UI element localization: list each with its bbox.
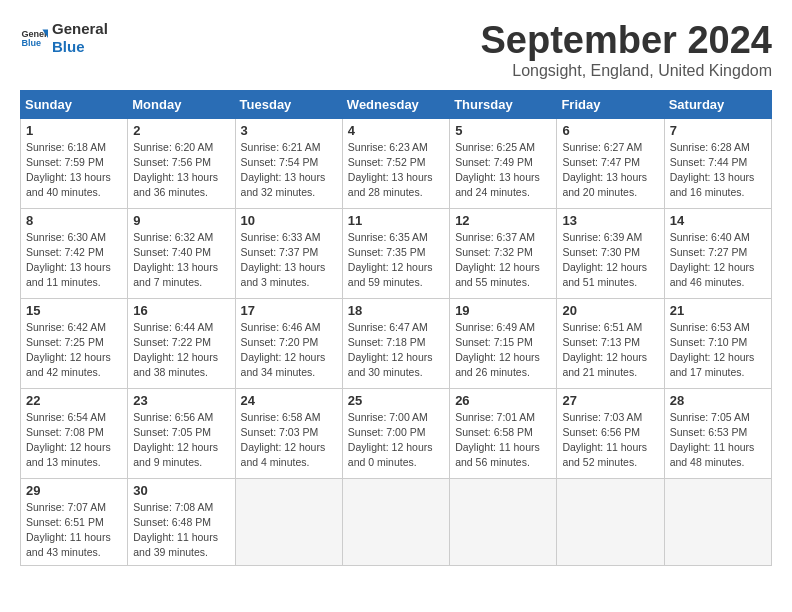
day-detail: Sunrise: 7:05 AM Sunset: 6:53 PM Dayligh…: [670, 410, 766, 471]
calendar-cell: 15Sunrise: 6:42 AM Sunset: 7:25 PM Dayli…: [21, 298, 128, 388]
calendar-cell: 11Sunrise: 6:35 AM Sunset: 7:35 PM Dayli…: [342, 208, 449, 298]
day-number: 11: [348, 213, 444, 228]
calendar-cell: 14Sunrise: 6:40 AM Sunset: 7:27 PM Dayli…: [664, 208, 771, 298]
calendar-cell: [450, 478, 557, 565]
day-detail: Sunrise: 6:44 AM Sunset: 7:22 PM Dayligh…: [133, 320, 229, 381]
day-number: 14: [670, 213, 766, 228]
calendar-cell: 4Sunrise: 6:23 AM Sunset: 7:52 PM Daylig…: [342, 118, 449, 208]
calendar-cell: 22Sunrise: 6:54 AM Sunset: 7:08 PM Dayli…: [21, 388, 128, 478]
calendar-cell: [557, 478, 664, 565]
calendar-table: SundayMondayTuesdayWednesdayThursdayFrid…: [20, 90, 772, 566]
day-detail: Sunrise: 6:18 AM Sunset: 7:59 PM Dayligh…: [26, 140, 122, 201]
day-detail: Sunrise: 6:39 AM Sunset: 7:30 PM Dayligh…: [562, 230, 658, 291]
day-number: 7: [670, 123, 766, 138]
calendar-cell: 23Sunrise: 6:56 AM Sunset: 7:05 PM Dayli…: [128, 388, 235, 478]
day-number: 22: [26, 393, 122, 408]
day-number: 8: [26, 213, 122, 228]
day-detail: Sunrise: 7:01 AM Sunset: 6:58 PM Dayligh…: [455, 410, 551, 471]
calendar-cell: 20Sunrise: 6:51 AM Sunset: 7:13 PM Dayli…: [557, 298, 664, 388]
day-number: 24: [241, 393, 337, 408]
day-detail: Sunrise: 6:20 AM Sunset: 7:56 PM Dayligh…: [133, 140, 229, 201]
day-detail: Sunrise: 6:42 AM Sunset: 7:25 PM Dayligh…: [26, 320, 122, 381]
day-number: 29: [26, 483, 122, 498]
day-number: 6: [562, 123, 658, 138]
day-detail: Sunrise: 6:27 AM Sunset: 7:47 PM Dayligh…: [562, 140, 658, 201]
calendar-cell: [235, 478, 342, 565]
day-number: 1: [26, 123, 122, 138]
header-cell-friday: Friday: [557, 90, 664, 118]
header-cell-monday: Monday: [128, 90, 235, 118]
calendar-cell: 28Sunrise: 7:05 AM Sunset: 6:53 PM Dayli…: [664, 388, 771, 478]
day-detail: Sunrise: 6:40 AM Sunset: 7:27 PM Dayligh…: [670, 230, 766, 291]
calendar-cell: 1Sunrise: 6:18 AM Sunset: 7:59 PM Daylig…: [21, 118, 128, 208]
logo-icon: General Blue: [20, 24, 48, 52]
day-detail: Sunrise: 6:28 AM Sunset: 7:44 PM Dayligh…: [670, 140, 766, 201]
day-detail: Sunrise: 6:30 AM Sunset: 7:42 PM Dayligh…: [26, 230, 122, 291]
day-detail: Sunrise: 6:37 AM Sunset: 7:32 PM Dayligh…: [455, 230, 551, 291]
day-number: 12: [455, 213, 551, 228]
day-detail: Sunrise: 6:23 AM Sunset: 7:52 PM Dayligh…: [348, 140, 444, 201]
day-detail: Sunrise: 6:33 AM Sunset: 7:37 PM Dayligh…: [241, 230, 337, 291]
page-header: General Blue General Blue September 2024…: [20, 20, 772, 80]
calendar-cell: 3Sunrise: 6:21 AM Sunset: 7:54 PM Daylig…: [235, 118, 342, 208]
day-detail: Sunrise: 6:25 AM Sunset: 7:49 PM Dayligh…: [455, 140, 551, 201]
day-number: 26: [455, 393, 551, 408]
calendar-cell: 8Sunrise: 6:30 AM Sunset: 7:42 PM Daylig…: [21, 208, 128, 298]
calendar-cell: 25Sunrise: 7:00 AM Sunset: 7:00 PM Dayli…: [342, 388, 449, 478]
logo-line2: Blue: [52, 38, 108, 56]
week-row-1: 1Sunrise: 6:18 AM Sunset: 7:59 PM Daylig…: [21, 118, 772, 208]
day-number: 30: [133, 483, 229, 498]
calendar-cell: 30Sunrise: 7:08 AM Sunset: 6:48 PM Dayli…: [128, 478, 235, 565]
day-number: 2: [133, 123, 229, 138]
day-detail: Sunrise: 6:58 AM Sunset: 7:03 PM Dayligh…: [241, 410, 337, 471]
calendar-cell: 6Sunrise: 6:27 AM Sunset: 7:47 PM Daylig…: [557, 118, 664, 208]
week-row-5: 29Sunrise: 7:07 AM Sunset: 6:51 PM Dayli…: [21, 478, 772, 565]
calendar-cell: 9Sunrise: 6:32 AM Sunset: 7:40 PM Daylig…: [128, 208, 235, 298]
week-row-2: 8Sunrise: 6:30 AM Sunset: 7:42 PM Daylig…: [21, 208, 772, 298]
calendar-cell: 16Sunrise: 6:44 AM Sunset: 7:22 PM Dayli…: [128, 298, 235, 388]
day-detail: Sunrise: 6:49 AM Sunset: 7:15 PM Dayligh…: [455, 320, 551, 381]
day-number: 25: [348, 393, 444, 408]
calendar-subtitle: Longsight, England, United Kingdom: [481, 62, 773, 80]
day-detail: Sunrise: 6:47 AM Sunset: 7:18 PM Dayligh…: [348, 320, 444, 381]
title-area: September 2024 Longsight, England, Unite…: [481, 20, 773, 80]
calendar-cell: 10Sunrise: 6:33 AM Sunset: 7:37 PM Dayli…: [235, 208, 342, 298]
logo: General Blue General Blue: [20, 20, 108, 56]
calendar-cell: 26Sunrise: 7:01 AM Sunset: 6:58 PM Dayli…: [450, 388, 557, 478]
calendar-cell: [664, 478, 771, 565]
day-number: 13: [562, 213, 658, 228]
day-number: 21: [670, 303, 766, 318]
day-number: 16: [133, 303, 229, 318]
calendar-header: SundayMondayTuesdayWednesdayThursdayFrid…: [21, 90, 772, 118]
calendar-cell: 24Sunrise: 6:58 AM Sunset: 7:03 PM Dayli…: [235, 388, 342, 478]
calendar-cell: 13Sunrise: 6:39 AM Sunset: 7:30 PM Dayli…: [557, 208, 664, 298]
day-number: 18: [348, 303, 444, 318]
header-cell-wednesday: Wednesday: [342, 90, 449, 118]
calendar-body: 1Sunrise: 6:18 AM Sunset: 7:59 PM Daylig…: [21, 118, 772, 565]
calendar-cell: 17Sunrise: 6:46 AM Sunset: 7:20 PM Dayli…: [235, 298, 342, 388]
calendar-cell: 2Sunrise: 6:20 AM Sunset: 7:56 PM Daylig…: [128, 118, 235, 208]
day-number: 23: [133, 393, 229, 408]
day-number: 20: [562, 303, 658, 318]
day-detail: Sunrise: 6:54 AM Sunset: 7:08 PM Dayligh…: [26, 410, 122, 471]
day-number: 4: [348, 123, 444, 138]
header-cell-sunday: Sunday: [21, 90, 128, 118]
day-number: 15: [26, 303, 122, 318]
week-row-3: 15Sunrise: 6:42 AM Sunset: 7:25 PM Dayli…: [21, 298, 772, 388]
calendar-cell: 19Sunrise: 6:49 AM Sunset: 7:15 PM Dayli…: [450, 298, 557, 388]
day-number: 10: [241, 213, 337, 228]
header-cell-tuesday: Tuesday: [235, 90, 342, 118]
day-detail: Sunrise: 7:07 AM Sunset: 6:51 PM Dayligh…: [26, 500, 122, 561]
day-detail: Sunrise: 7:03 AM Sunset: 6:56 PM Dayligh…: [562, 410, 658, 471]
day-number: 9: [133, 213, 229, 228]
header-row: SundayMondayTuesdayWednesdayThursdayFrid…: [21, 90, 772, 118]
calendar-cell: 7Sunrise: 6:28 AM Sunset: 7:44 PM Daylig…: [664, 118, 771, 208]
calendar-title: September 2024: [481, 20, 773, 62]
day-number: 27: [562, 393, 658, 408]
day-detail: Sunrise: 6:53 AM Sunset: 7:10 PM Dayligh…: [670, 320, 766, 381]
svg-text:Blue: Blue: [21, 38, 41, 48]
calendar-cell: 5Sunrise: 6:25 AM Sunset: 7:49 PM Daylig…: [450, 118, 557, 208]
day-detail: Sunrise: 6:46 AM Sunset: 7:20 PM Dayligh…: [241, 320, 337, 381]
day-detail: Sunrise: 7:08 AM Sunset: 6:48 PM Dayligh…: [133, 500, 229, 561]
day-detail: Sunrise: 6:51 AM Sunset: 7:13 PM Dayligh…: [562, 320, 658, 381]
